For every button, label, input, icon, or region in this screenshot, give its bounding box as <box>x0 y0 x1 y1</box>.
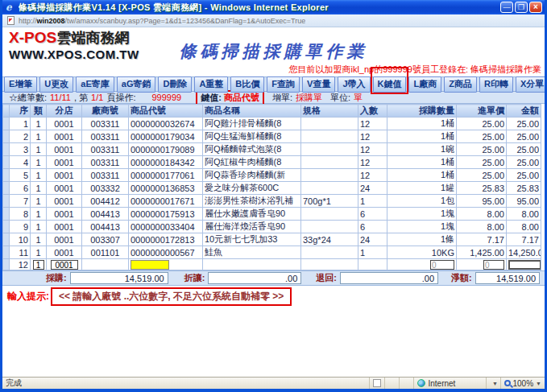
table-row[interactable]: 8100010044130000000175913麗仕水嫩護膚香皂9061塊8.… <box>3 208 541 221</box>
cell <box>301 246 358 259</box>
address-bar[interactable]: http://win2008/tw/amaxx/scanbuy.asp?Page… <box>2 14 545 27</box>
cell: 0001 <box>47 156 82 169</box>
page-value: 1/1 <box>91 93 103 102</box>
minimize-button[interactable]: — <box>500 2 513 13</box>
cell: 2 <box>10 130 31 143</box>
entry-store-input[interactable]: 0001 <box>51 260 78 270</box>
toolbar-button-1[interactable]: E增筆 <box>4 76 37 93</box>
cell: 1 <box>31 195 47 208</box>
column-header: 規格 <box>301 105 358 118</box>
toolbar-button-15[interactable]: X分單 <box>516 76 547 93</box>
return-field[interactable]: .00 <box>340 272 438 284</box>
cell: 25.83 <box>507 182 541 195</box>
cell: 1塊 <box>387 221 457 233</box>
cell: 6 <box>358 221 387 233</box>
cell <box>301 156 358 169</box>
zoom-control[interactable]: 100%▼ <box>501 378 545 389</box>
entry-type-input[interactable]: 1 <box>33 260 44 270</box>
cell: 澎澎男性茶樹沐浴乳補 <box>203 195 301 208</box>
cell: 1,425.00 <box>457 246 507 259</box>
table-row[interactable]: 1010001003307000000017281310元新七七乳加3333g*… <box>3 233 541 246</box>
toolbar-button-6[interactable]: A重整 <box>194 76 228 93</box>
toolbar-button-10[interactable]: J帶入 <box>338 76 370 93</box>
row-gutter <box>3 195 10 208</box>
cell: 25.00 <box>507 143 541 156</box>
table-row[interactable]: 5100010033110000000177061阿Q蒜香珍肉桶麵(新121桶2… <box>3 169 541 182</box>
toolbar-button-14[interactable]: R印轉 <box>479 76 513 93</box>
table-row[interactable]: 2100010033110000000179034阿Q生猛海鮮桶麵(8121桶2… <box>3 130 541 143</box>
table-row[interactable]: 3100010033110000000179089阿Q桶麵韓式泡菜(8121碗2… <box>3 143 541 156</box>
globe-icon <box>417 379 425 387</box>
purchase-total-label: 採購: <box>46 272 67 284</box>
entry-qty-input[interactable]: 0 <box>430 260 454 270</box>
cell: 1 <box>358 195 387 208</box>
toolbar-button-13[interactable]: Z商品 <box>444 76 477 93</box>
cell: 0001 <box>47 233 82 246</box>
entry-amount-input[interactable] <box>508 260 541 270</box>
cell: 1桶 <box>387 118 457 130</box>
cell: 004412 <box>82 195 129 208</box>
table-row[interactable]: 9100010044130000000033404麗仕海洋煥活香皂9061塊8.… <box>3 221 541 233</box>
entry-price-input[interactable]: 0 <box>483 260 504 270</box>
row-gutter <box>3 233 10 246</box>
cell: 12 <box>358 118 387 130</box>
cell: 004413 <box>82 208 129 221</box>
input-hint-label: 輸入提示: <box>7 290 49 303</box>
entry-qty-cell: 0 <box>387 259 457 270</box>
cell <box>301 182 358 195</box>
cell: 1 <box>31 169 47 182</box>
status-bar: 完成 Internet ▼ 100%▼ <box>2 377 545 389</box>
close-button[interactable]: × <box>529 2 542 13</box>
cell: 25.00 <box>507 130 541 143</box>
cell: 12 <box>358 156 387 169</box>
entry-row: 121000100 <box>3 259 541 270</box>
table-row[interactable]: 4100010033110000000184342阿Q紅椒牛肉桶麵(8121桶2… <box>3 156 541 169</box>
toolbar-button-3[interactable]: aE寄庫 <box>76 76 114 93</box>
cell: 1 <box>31 221 47 233</box>
table-row[interactable]: 11100010011010000000000567鮭魚110KG1,425.0… <box>3 246 541 259</box>
net-field[interactable]: 14,519.00 <box>475 272 540 284</box>
totals-bar: 採購: 14,519.00 折讓: .00 退回: .00 淨額: 14,519… <box>2 270 545 286</box>
toolbar-button-12[interactable]: L廠商 <box>408 76 441 93</box>
cell: 0001 <box>47 208 82 221</box>
toolbar-button-7[interactable]: B比價 <box>230 76 264 93</box>
cell <box>301 208 358 221</box>
gutter-header <box>3 105 10 118</box>
entry-code-input[interactable] <box>131 260 169 270</box>
table-row[interactable]: 6100010033320000000136853愛之味分解茶600C241罐2… <box>3 182 541 195</box>
table-row[interactable]: 7100010044120000000017671澎澎男性茶樹沐浴乳補700g*… <box>3 195 541 208</box>
page-label: , 第 <box>74 92 88 104</box>
cell: 8.00 <box>507 208 541 221</box>
entry-packqty-cell <box>358 259 387 270</box>
cell: 0001 <box>47 182 82 195</box>
cell: 25.00 <box>507 118 541 130</box>
cell <box>301 118 358 130</box>
protected-mode-toggle[interactable]: ▼ <box>487 378 501 389</box>
toolbar-button-4[interactable]: aG寄銷 <box>117 76 156 93</box>
cell: 25.00 <box>507 156 541 169</box>
purchase-total-field[interactable]: 14,519.00 <box>70 272 168 284</box>
entry-name-cell <box>203 259 301 270</box>
column-header: 金額 <box>507 105 541 118</box>
cell: 0000000177061 <box>129 169 203 182</box>
cell: 25.00 <box>507 169 541 182</box>
cell: 愛之味分解茶600C <box>203 182 301 195</box>
column-header: 類 <box>31 105 47 118</box>
info-bar: ☆總筆數: 11/11 , 第 1/1 頁操作: 999999 鍵值: 商品代號… <box>2 92 545 104</box>
toolbar-button-11[interactable]: K鍵值 <box>373 76 407 93</box>
cell: 3 <box>10 143 31 156</box>
return-label: 退回: <box>316 272 337 284</box>
cell: 4 <box>10 156 31 169</box>
cell: 003311 <box>82 156 129 169</box>
cell: 33g*24 <box>301 233 358 246</box>
cell: 1 <box>31 182 47 195</box>
table-row[interactable]: 1100010033110000000032674阿Q雞汁排骨桶麵(8121桶2… <box>3 118 541 130</box>
toolbar-button-2[interactable]: U更改 <box>39 76 73 93</box>
toolbar-button-8[interactable]: F查詢 <box>267 76 300 93</box>
toolbar-button-5[interactable]: D刪除 <box>158 76 192 93</box>
discount-field[interactable]: .00 <box>208 272 301 284</box>
login-notice: 您目前以加盟商ikl_np的999999號員工登錄在: 條碼掃描採購作業 <box>288 64 541 76</box>
maximize-button[interactable]: ❐ <box>515 2 528 13</box>
toolbar-button-9[interactable]: V查量 <box>302 76 335 93</box>
cell: 1 <box>31 130 47 143</box>
